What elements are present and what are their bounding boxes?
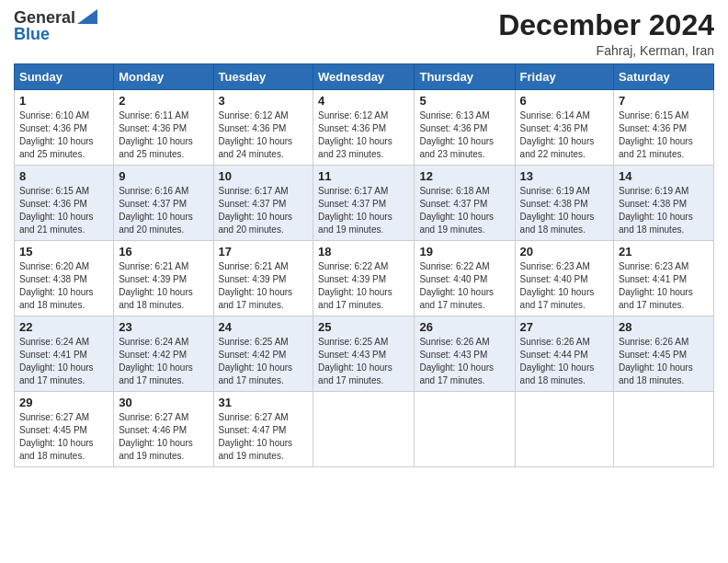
title-block: December 2024 Fahraj, Kerman, Iran (498, 9, 714, 58)
day-number: 24 (219, 320, 309, 334)
day-info: Sunrise: 6:25 AMSunset: 4:43 PMDaylight:… (318, 337, 392, 385)
day-number: 8 (19, 169, 108, 183)
col-saturday: Saturday (614, 64, 714, 90)
calendar-cell: 18Sunrise: 6:22 AMSunset: 4:39 PMDayligh… (313, 241, 415, 316)
day-number: 9 (119, 169, 208, 183)
day-info: Sunrise: 6:15 AMSunset: 4:36 PMDaylight:… (19, 186, 94, 235)
day-info: Sunrise: 6:13 AMSunset: 4:36 PMDaylight:… (419, 110, 494, 159)
calendar-cell: 19Sunrise: 6:22 AMSunset: 4:40 PMDayligh… (415, 241, 515, 316)
day-info: Sunrise: 6:19 AMSunset: 4:38 PMDaylight:… (619, 186, 693, 235)
calendar-week-row: 29Sunrise: 6:27 AMSunset: 4:45 PMDayligh… (15, 392, 714, 467)
day-number: 30 (119, 396, 208, 409)
svg-marker-0 (77, 9, 97, 24)
day-number: 14 (619, 169, 709, 183)
calendar-cell: 13Sunrise: 6:19 AMSunset: 4:38 PMDayligh… (515, 166, 613, 241)
logo-icon (77, 9, 97, 24)
calendar-cell (313, 392, 415, 467)
calendar-cell: 20Sunrise: 6:23 AMSunset: 4:40 PMDayligh… (515, 241, 613, 316)
day-info: Sunrise: 6:21 AMSunset: 4:39 PMDaylight:… (119, 261, 193, 310)
col-monday: Monday (114, 64, 213, 90)
col-friday: Friday (515, 64, 613, 90)
calendar-week-row: 1Sunrise: 6:10 AMSunset: 4:36 PMDaylight… (15, 90, 714, 166)
calendar-cell: 23Sunrise: 6:24 AMSunset: 4:42 PMDayligh… (114, 316, 213, 392)
day-info: Sunrise: 6:22 AMSunset: 4:40 PMDaylight:… (419, 261, 494, 310)
day-number: 22 (19, 320, 108, 334)
day-info: Sunrise: 6:26 AMSunset: 4:45 PMDaylight:… (619, 337, 693, 385)
calendar-cell: 16Sunrise: 6:21 AMSunset: 4:39 PMDayligh… (114, 241, 213, 316)
calendar-cell: 26Sunrise: 6:26 AMSunset: 4:43 PMDayligh… (415, 316, 515, 392)
header: General Blue December 2024 Fahraj, Kerma… (14, 9, 714, 58)
day-number: 6 (520, 94, 609, 108)
calendar-cell: 17Sunrise: 6:21 AMSunset: 4:39 PMDayligh… (213, 241, 313, 316)
day-info: Sunrise: 6:17 AMSunset: 4:37 PMDaylight:… (219, 186, 293, 235)
day-number: 17 (219, 245, 309, 259)
calendar-cell (614, 392, 714, 467)
day-info: Sunrise: 6:26 AMSunset: 4:43 PMDaylight:… (419, 337, 494, 385)
calendar-cell: 15Sunrise: 6:20 AMSunset: 4:38 PMDayligh… (15, 241, 114, 316)
day-number: 23 (119, 320, 208, 334)
day-number: 29 (19, 396, 108, 409)
day-info: Sunrise: 6:19 AMSunset: 4:38 PMDaylight:… (520, 186, 595, 235)
logo: General Blue (14, 9, 97, 44)
day-number: 10 (219, 169, 309, 183)
calendar-cell: 14Sunrise: 6:19 AMSunset: 4:38 PMDayligh… (614, 166, 714, 241)
calendar-cell: 2Sunrise: 6:11 AMSunset: 4:36 PMDaylight… (114, 90, 213, 166)
day-info: Sunrise: 6:11 AMSunset: 4:36 PMDaylight:… (119, 110, 193, 159)
day-info: Sunrise: 6:14 AMSunset: 4:36 PMDaylight:… (520, 110, 595, 159)
main-title: December 2024 (498, 9, 714, 41)
calendar-cell: 7Sunrise: 6:15 AMSunset: 4:36 PMDaylight… (614, 90, 714, 166)
day-info: Sunrise: 6:21 AMSunset: 4:39 PMDaylight:… (219, 261, 293, 310)
col-wednesday: Wednesday (313, 64, 415, 90)
day-number: 11 (318, 169, 409, 183)
day-info: Sunrise: 6:25 AMSunset: 4:42 PMDaylight:… (219, 337, 293, 385)
day-info: Sunrise: 6:17 AMSunset: 4:37 PMDaylight:… (318, 186, 392, 235)
day-info: Sunrise: 6:27 AMSunset: 4:47 PMDaylight:… (219, 412, 293, 461)
calendar-header-row: Sunday Monday Tuesday Wednesday Thursday… (15, 64, 714, 90)
day-number: 31 (219, 396, 309, 409)
calendar-week-row: 22Sunrise: 6:24 AMSunset: 4:41 PMDayligh… (15, 316, 714, 392)
calendar-cell: 10Sunrise: 6:17 AMSunset: 4:37 PMDayligh… (213, 166, 313, 241)
calendar-cell (515, 392, 613, 467)
day-info: Sunrise: 6:24 AMSunset: 4:42 PMDaylight:… (119, 337, 193, 385)
day-info: Sunrise: 6:20 AMSunset: 4:38 PMDaylight:… (19, 261, 94, 310)
calendar-cell: 9Sunrise: 6:16 AMSunset: 4:37 PMDaylight… (114, 166, 213, 241)
calendar-cell: 1Sunrise: 6:10 AMSunset: 4:36 PMDaylight… (15, 90, 114, 166)
day-number: 21 (619, 245, 709, 259)
calendar-cell: 24Sunrise: 6:25 AMSunset: 4:42 PMDayligh… (213, 316, 313, 392)
calendar-cell: 27Sunrise: 6:26 AMSunset: 4:44 PMDayligh… (515, 316, 613, 392)
day-info: Sunrise: 6:12 AMSunset: 4:36 PMDaylight:… (318, 110, 392, 159)
day-info: Sunrise: 6:24 AMSunset: 4:41 PMDaylight:… (19, 337, 94, 385)
calendar-cell: 21Sunrise: 6:23 AMSunset: 4:41 PMDayligh… (614, 241, 714, 316)
day-number: 7 (619, 94, 709, 108)
day-info: Sunrise: 6:18 AMSunset: 4:37 PMDaylight:… (419, 186, 494, 235)
calendar-cell: 3Sunrise: 6:12 AMSunset: 4:36 PMDaylight… (213, 90, 313, 166)
calendar-cell: 11Sunrise: 6:17 AMSunset: 4:37 PMDayligh… (313, 166, 415, 241)
day-number: 28 (619, 320, 709, 334)
day-number: 5 (419, 94, 509, 108)
col-thursday: Thursday (415, 64, 515, 90)
day-number: 2 (119, 94, 208, 108)
day-info: Sunrise: 6:16 AMSunset: 4:37 PMDaylight:… (119, 186, 193, 235)
day-number: 15 (19, 245, 108, 259)
day-number: 16 (119, 245, 208, 259)
calendar-cell: 30Sunrise: 6:27 AMSunset: 4:46 PMDayligh… (114, 392, 213, 467)
subtitle: Fahraj, Kerman, Iran (498, 43, 714, 58)
calendar-cell: 5Sunrise: 6:13 AMSunset: 4:36 PMDaylight… (415, 90, 515, 166)
day-info: Sunrise: 6:22 AMSunset: 4:39 PMDaylight:… (318, 261, 392, 310)
calendar-cell: 25Sunrise: 6:25 AMSunset: 4:43 PMDayligh… (313, 316, 415, 392)
calendar-table: Sunday Monday Tuesday Wednesday Thursday… (14, 63, 714, 467)
day-number: 25 (318, 320, 409, 334)
calendar-cell: 4Sunrise: 6:12 AMSunset: 4:36 PMDaylight… (313, 90, 415, 166)
calendar-cell: 22Sunrise: 6:24 AMSunset: 4:41 PMDayligh… (15, 316, 114, 392)
day-info: Sunrise: 6:10 AMSunset: 4:36 PMDaylight:… (19, 110, 94, 159)
calendar-cell: 31Sunrise: 6:27 AMSunset: 4:47 PMDayligh… (213, 392, 313, 467)
calendar-week-row: 15Sunrise: 6:20 AMSunset: 4:38 PMDayligh… (15, 241, 714, 316)
day-info: Sunrise: 6:15 AMSunset: 4:36 PMDaylight:… (619, 110, 693, 159)
day-info: Sunrise: 6:27 AMSunset: 4:45 PMDaylight:… (19, 412, 94, 461)
calendar-cell (415, 392, 515, 467)
day-number: 26 (419, 320, 509, 334)
day-info: Sunrise: 6:23 AMSunset: 4:40 PMDaylight:… (520, 261, 595, 310)
calendar-cell: 8Sunrise: 6:15 AMSunset: 4:36 PMDaylight… (15, 166, 114, 241)
calendar-week-row: 8Sunrise: 6:15 AMSunset: 4:36 PMDaylight… (15, 166, 714, 241)
col-sunday: Sunday (15, 64, 114, 90)
